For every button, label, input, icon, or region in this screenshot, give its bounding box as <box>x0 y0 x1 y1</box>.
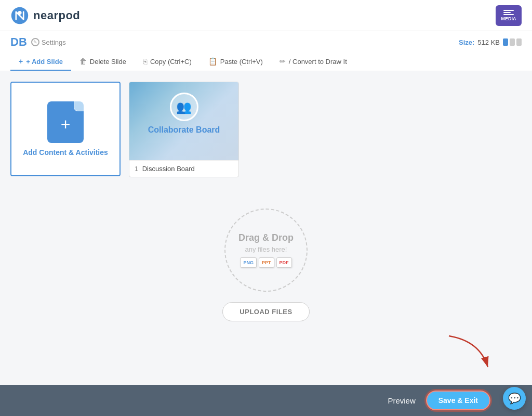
preview-label: Preview <box>388 396 415 405</box>
preview-button[interactable]: Preview <box>388 396 415 405</box>
settings-icon: ✎ <box>31 38 39 46</box>
slide-toolbar: + + Add Slide 🗑 Delete Slide ⎘ Copy (Ctr… <box>10 53 522 71</box>
slide-card-image: 👥 Collaborate Board <box>129 82 238 160</box>
collab-board-title: Collaborate Board <box>148 125 220 135</box>
add-icon: + <box>19 57 23 66</box>
chat-button[interactable]: 💬 <box>503 387 526 410</box>
paste-label: Paste (Ctrl+V) <box>220 58 263 66</box>
logo-text: nearpod <box>33 9 80 22</box>
logo-area: nearpod <box>10 6 80 25</box>
copy-label: Copy (Ctrl+C) <box>150 58 192 66</box>
toolbar-area: DB ✎ Settings Size: 512 KB + + Add Slide… <box>0 31 532 71</box>
add-content-card[interactable]: + Add Content & Activities <box>10 82 121 176</box>
main-content: + Add Content & Activities 👥 Collaborate… <box>0 71 532 368</box>
size-label: Size: <box>459 38 474 46</box>
collaborate-board-card[interactable]: 👥 Collaborate Board 1 Discussion Board <box>129 82 239 177</box>
breadcrumb-row: DB ✎ Settings Size: 512 KB <box>10 35 522 49</box>
slide-card-footer: 1 Discussion Board <box>129 160 238 177</box>
size-bars <box>503 38 522 46</box>
paste-button[interactable]: 📋 Paste (Ctrl+V) <box>200 53 271 71</box>
settings-button[interactable]: ✎ Settings <box>31 38 66 46</box>
svg-point-1 <box>18 11 21 15</box>
png-icon: PNG <box>240 257 257 268</box>
drag-drop-area: Drag & Drop any files here! PNG PPT PDF … <box>10 209 522 321</box>
copy-button[interactable]: ⎘ Copy (Ctrl+C) <box>135 53 200 71</box>
slide-name: Discussion Board <box>142 165 195 173</box>
add-content-label: Add Content & Activities <box>23 148 108 157</box>
bottom-bar: Preview Save & Exit <box>0 385 532 416</box>
media-button[interactable]: MEDIA <box>496 5 522 26</box>
breadcrumb-left: DB ✎ Settings <box>10 35 66 49</box>
pdf-icon: PDF <box>276 257 292 268</box>
trash-icon: 🗑 <box>79 57 87 66</box>
collab-board-icon: 👥 <box>170 93 198 121</box>
convert-button[interactable]: ✏ / Convert to Draw It <box>271 53 355 71</box>
add-content-icon: + <box>47 101 84 143</box>
size-value: 512 KB <box>477 38 500 46</box>
chat-icon: 💬 <box>508 392 521 405</box>
db-label: DB <box>10 35 27 49</box>
paste-icon: 📋 <box>208 57 217 66</box>
convert-icon: ✏ <box>280 57 286 66</box>
drag-drop-main-text: Drag & Drop <box>238 232 294 244</box>
delete-slide-button[interactable]: 🗑 Delete Slide <box>71 53 135 71</box>
drag-drop-file-icons: PNG PPT PDF <box>240 257 291 268</box>
slide-number: 1 <box>135 165 138 173</box>
upload-files-button[interactable]: UPLOAD FILES <box>222 302 309 321</box>
plus-icon: + <box>61 115 71 134</box>
slides-container: + Add Content & Activities 👥 Collaborate… <box>10 82 522 177</box>
drag-drop-sub-text: any files here! <box>245 245 287 253</box>
copy-icon: ⎘ <box>143 57 147 66</box>
save-exit-label: Save & Exit <box>438 396 478 405</box>
convert-label: / Convert to Draw It <box>289 58 347 66</box>
drag-drop-circle: Drag & Drop any files here! PNG PPT PDF <box>224 209 308 292</box>
media-button-label: MEDIA <box>501 16 516 21</box>
size-info: Size: 512 KB <box>459 38 522 46</box>
add-slide-label: + Add Slide <box>26 58 63 66</box>
save-exit-button[interactable]: Save & Exit <box>426 391 490 410</box>
ppt-icon: PPT <box>259 257 274 268</box>
add-slide-button[interactable]: + + Add Slide <box>10 53 71 71</box>
delete-slide-label: Delete Slide <box>90 58 126 66</box>
upload-files-label: UPLOAD FILES <box>240 308 292 316</box>
settings-label: Settings <box>42 38 66 46</box>
header-right: MEDIA <box>496 5 522 26</box>
menu-bars-icon <box>503 10 514 15</box>
nearpod-logo-icon <box>10 6 29 25</box>
header: nearpod MEDIA <box>0 0 532 31</box>
